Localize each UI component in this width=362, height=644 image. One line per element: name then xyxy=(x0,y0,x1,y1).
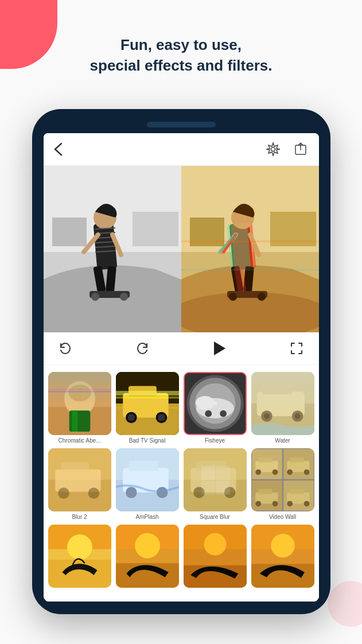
effects-grid: Chromatic Abe... xyxy=(44,365,319,597)
svg-rect-21 xyxy=(133,212,178,246)
svg-point-127 xyxy=(67,534,92,560)
effect-badtv[interactable]: Bad TV Signal xyxy=(116,372,179,444)
video-preview xyxy=(44,166,319,332)
back-icon xyxy=(53,141,63,157)
svg-point-111 xyxy=(272,470,278,475)
phone-inner: Chromatic Abe... xyxy=(39,116,324,607)
svg-rect-44 xyxy=(181,269,319,270)
svg-point-110 xyxy=(255,470,261,475)
effect-water[interactable]: Water xyxy=(251,372,314,444)
effect-label-water: Water xyxy=(275,437,290,444)
svg-point-79 xyxy=(291,410,303,422)
svg-point-123 xyxy=(303,501,309,507)
water-thumb-art xyxy=(251,372,314,435)
fullscreen-button[interactable] xyxy=(289,340,305,356)
svg-point-59 xyxy=(127,414,134,421)
effect-row3-0[interactable] xyxy=(48,525,111,590)
svg-point-115 xyxy=(303,470,309,475)
row3-0-thumb-art xyxy=(48,525,111,588)
effect-fisheye[interactable]: Fisheye xyxy=(184,372,247,444)
svg-point-36 xyxy=(258,293,266,301)
undo-icon xyxy=(59,342,72,355)
effect-thumb-row3-1 xyxy=(116,525,179,588)
effect-thumb-fisheye xyxy=(184,372,247,435)
svg-point-91 xyxy=(126,487,137,498)
header-title: Fun, easy to use, special effects and fi… xyxy=(0,34,362,76)
effect-label-chromatic: Chromatic Abe... xyxy=(59,437,101,444)
svg-rect-99 xyxy=(201,466,215,480)
svg-point-118 xyxy=(255,501,261,507)
svg-rect-43 xyxy=(181,240,319,242)
svg-point-69 xyxy=(195,396,214,410)
effect-blur2[interactable]: Blur 2 xyxy=(48,448,111,520)
svg-point-114 xyxy=(287,470,293,475)
effect-amplash[interactable]: AmPlash xyxy=(116,448,179,520)
svg-rect-113 xyxy=(290,457,303,463)
play-button[interactable] xyxy=(212,340,228,356)
effect-label-squareblur: Square Blur xyxy=(200,514,230,520)
svg-rect-75 xyxy=(256,391,304,416)
svg-rect-57 xyxy=(129,386,157,396)
svg-point-134 xyxy=(204,533,226,556)
svg-point-92 xyxy=(156,487,168,498)
svg-rect-73 xyxy=(251,372,314,435)
svg-point-77 xyxy=(261,410,273,422)
share-icon xyxy=(293,142,308,157)
redo-button[interactable] xyxy=(134,340,150,356)
fisheye-thumb-art xyxy=(185,373,246,434)
svg-rect-63 xyxy=(116,407,179,408)
badtv-thumb-art xyxy=(116,372,179,435)
screen-content: Chromatic Abe... xyxy=(44,133,319,602)
top-bar xyxy=(44,133,319,166)
effect-row3-2[interactable] xyxy=(184,525,247,590)
svg-point-18 xyxy=(120,293,128,301)
svg-point-1 xyxy=(271,148,275,152)
svg-rect-84 xyxy=(61,462,89,472)
video-preview-left xyxy=(44,166,181,332)
squareblur-thumb-art xyxy=(184,448,247,511)
header-section: Fun, easy to use, special effects and fi… xyxy=(0,34,362,76)
svg-rect-46 xyxy=(48,372,111,407)
svg-point-47 xyxy=(64,381,95,416)
svg-point-86 xyxy=(88,487,99,499)
effect-thumb-squareblur xyxy=(184,448,247,511)
settings-button[interactable] xyxy=(264,140,282,158)
svg-point-48 xyxy=(68,385,91,401)
svg-point-138 xyxy=(271,534,295,558)
videowall-thumb-art xyxy=(251,448,314,511)
svg-rect-62 xyxy=(116,397,179,399)
svg-point-78 xyxy=(264,413,270,419)
effect-thumb-blur2 xyxy=(48,448,111,511)
effect-chromatic[interactable]: Chromatic Abe... xyxy=(48,372,111,444)
svg-point-25 xyxy=(181,292,319,332)
effect-row3-1[interactable] xyxy=(116,525,179,590)
svg-rect-76 xyxy=(262,385,291,394)
effect-label-blur2: Blur 2 xyxy=(72,514,87,520)
top-icon-group xyxy=(264,140,310,158)
effect-thumb-badtv xyxy=(116,372,179,435)
undo-button[interactable] xyxy=(57,340,73,356)
effect-label-videowall: Video Wall xyxy=(269,514,296,520)
effect-squareblur[interactable]: Square Blur xyxy=(184,448,247,520)
effect-row3-3[interactable] xyxy=(251,525,314,590)
effect-label-badtv: Bad TV Signal xyxy=(129,437,166,444)
svg-point-35 xyxy=(229,293,237,301)
effect-videowall[interactable]: Video Wall xyxy=(251,448,314,520)
svg-point-72 xyxy=(213,401,217,405)
back-button[interactable] xyxy=(53,141,63,157)
effect-label-amplash: AmPlash xyxy=(135,514,158,520)
svg-point-61 xyxy=(158,414,165,421)
row3-2-thumb-art xyxy=(184,525,247,588)
svg-point-122 xyxy=(287,501,293,507)
svg-rect-74 xyxy=(251,372,314,404)
svg-rect-49 xyxy=(69,410,90,432)
svg-point-71 xyxy=(220,410,227,417)
svg-rect-101 xyxy=(201,480,215,494)
blur2-thumb-art xyxy=(48,448,111,511)
svg-rect-45 xyxy=(48,372,111,435)
effect-thumb-row3-2 xyxy=(184,525,247,588)
share-button[interactable] xyxy=(291,140,310,158)
svg-point-17 xyxy=(91,293,99,301)
svg-rect-117 xyxy=(258,489,272,494)
decorative-blob-accent xyxy=(328,581,362,627)
